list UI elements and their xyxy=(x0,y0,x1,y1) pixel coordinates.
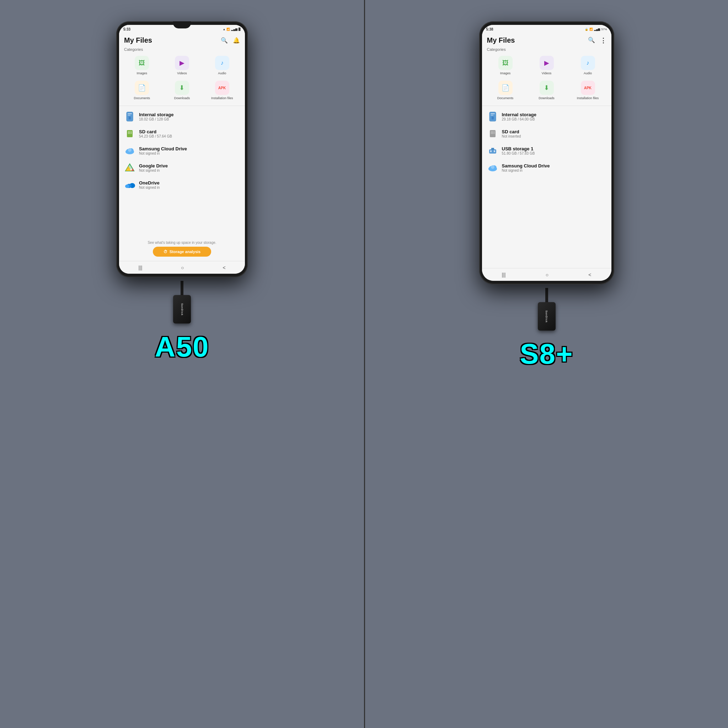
status-icons-s8: 🔒 📶 ▂▄▆ 57% xyxy=(585,28,607,31)
cat-icon-downloads: ⬇ xyxy=(175,81,189,95)
storage-info-usb-s8: USB storage 1 51.80 GB / 57.83 GB xyxy=(502,146,535,155)
cat-images-s8[interactable]: 🖼 Images xyxy=(486,54,525,77)
recent-apps-icon-a50[interactable]: ||| xyxy=(138,265,142,271)
categories-grid-s8: 🖼 Images ▶ Videos ♪ Audio xyxy=(482,54,612,105)
storage-internal-a50[interactable]: Internal storage 18.02 GB / 128 GB xyxy=(119,108,245,125)
svg-point-11 xyxy=(128,148,132,152)
bell-icon-a50[interactable]: 🔔 xyxy=(233,37,240,44)
usb-drive-left: SanDisk xyxy=(173,295,191,323)
storage-info-samsung-cloud-a50: Samsung Cloud Drive Not signed in xyxy=(139,146,187,155)
search-icon-s8[interactable]: 🔍 xyxy=(588,37,595,44)
cat-icon-docs: 📄 xyxy=(135,81,149,95)
time-s8: 5:38 xyxy=(486,28,493,31)
usb-cable-right xyxy=(545,288,548,302)
main-container: 5:33 ▲ 📶 ▂▄▆ ▉ My Files 🔍 🔔 xyxy=(0,0,728,728)
cat-downloads-a50[interactable]: ⬇ Downloads xyxy=(163,78,202,102)
status-bar-s8: 5:38 🔒 📶 ▂▄▆ 57% xyxy=(482,25,612,34)
storage-samsung-cloud-s8[interactable]: Samsung Cloud Drive Not signed in xyxy=(482,159,612,176)
storage-samsung-cloud-a50[interactable]: Samsung Cloud Drive Not signed in xyxy=(119,142,245,159)
storage-google-drive-a50[interactable]: Google Drive Not signed in xyxy=(119,159,245,176)
phone-a50: 5:33 ▲ 📶 ▂▄▆ ▉ My Files 🔍 🔔 xyxy=(116,21,248,277)
home-icon-a50[interactable]: ○ xyxy=(181,265,184,271)
categories-grid-a50: 🖼 Images ▶ Videos ♪ xyxy=(119,54,245,105)
search-icon-a50[interactable]: 🔍 xyxy=(221,37,228,44)
storage-usb-s8[interactable]: USB storage 1 51.80 GB / 57.83 GB xyxy=(482,142,612,159)
svg-rect-6 xyxy=(129,131,130,134)
svg-rect-30 xyxy=(494,150,495,152)
cat-icon-videos: ▶ xyxy=(175,56,189,70)
storage-info-sdcard-a50: SD card 54.23 GB / 57.64 GB xyxy=(139,129,172,138)
cat-apk-a50[interactable]: APK Installation files xyxy=(203,78,242,102)
cat-audio-a50[interactable]: ♪ Audio xyxy=(203,54,242,77)
cat-audio-s8[interactable]: ♪ Audio xyxy=(568,54,608,77)
cat-videos-a50[interactable]: ▶ Videos xyxy=(163,54,202,77)
storage-internal-s8[interactable]: Internal storage 29.18 GB / 64.00 GB xyxy=(482,108,612,125)
status-icons-a50: ▲ 📶 ▂▄▆ ▉ xyxy=(223,28,241,31)
more-icon-s8[interactable]: ⋮ xyxy=(600,37,606,44)
lock-icon-s8: 🔒 xyxy=(585,28,588,31)
storage-name-internal-s8: Internal storage xyxy=(502,112,537,117)
samsung-cloud-icon-a50 xyxy=(124,145,135,156)
storage-name-internal-a50: Internal storage xyxy=(139,112,174,117)
storage-detail-internal-s8: 29.18 GB / 64.00 GB xyxy=(502,117,537,121)
internal-storage-icon-s8 xyxy=(487,111,499,122)
signal-icon-s8: ▂▄▆ xyxy=(594,28,600,31)
time-a50: 5:33 xyxy=(123,28,130,31)
storage-name-sdcard-a50: SD card xyxy=(139,129,172,135)
storage-detail-onedrive-a50: Not signed in xyxy=(139,185,160,190)
header-icons-s8: 🔍 ⋮ xyxy=(588,37,606,44)
cat-label-audio: Audio xyxy=(218,72,226,75)
storage-detail-sdcard-a50: 54.23 GB / 57.64 GB xyxy=(139,135,172,138)
analysis-text-a50: See what's taking up space in your stora… xyxy=(147,241,216,245)
cat-images-a50[interactable]: 🖼 Images xyxy=(122,54,161,77)
home-icon-s8[interactable]: ○ xyxy=(546,272,549,278)
recent-apps-icon-s8[interactable]: ||| xyxy=(502,272,506,278)
phone-label-s8: S8+ xyxy=(520,338,574,370)
cat-icon-audio-s8: ♪ xyxy=(581,56,595,70)
svg-rect-25 xyxy=(492,131,493,134)
back-icon-s8[interactable]: < xyxy=(588,272,591,278)
storage-detail-google-drive-a50: Not signed in xyxy=(139,168,168,173)
storage-list-s8: Internal storage 29.18 GB / 64.00 GB xyxy=(482,107,612,268)
sdcard-icon-a50 xyxy=(124,128,135,139)
cat-downloads-s8[interactable]: ⬇ Downloads xyxy=(527,78,567,102)
samsung-cloud-icon-s8 xyxy=(487,162,499,173)
storage-info-google-drive-a50: Google Drive Not signed in xyxy=(139,163,168,173)
svg-rect-21 xyxy=(491,115,493,116)
cat-label-downloads: Downloads xyxy=(174,96,190,100)
usb-brand-left: SanDisk xyxy=(181,303,184,316)
storage-analysis-button[interactable]: ⏱ Storage analysis xyxy=(153,247,211,257)
usb-drive-right: SanDisk xyxy=(538,302,555,330)
cat-label-docs: Documents xyxy=(134,96,150,100)
cat-docs-a50[interactable]: 📄 Documents xyxy=(122,78,161,102)
nav-bar-s8: ||| ○ < xyxy=(482,268,612,281)
analysis-area-a50: See what's taking up space in your stora… xyxy=(119,238,245,261)
storage-onedrive-a50[interactable]: OneDrive Not signed in xyxy=(119,176,245,193)
sdcard-icon-s8 xyxy=(487,128,499,139)
phone-s8plus: 5:38 🔒 📶 ▂▄▆ 57% My Files 🔍 ⋮ xyxy=(479,21,614,284)
onedrive-icon-a50 xyxy=(124,179,135,191)
storage-name-onedrive-a50: OneDrive xyxy=(139,180,160,185)
cat-apk-s8[interactable]: APK Installation files xyxy=(568,78,608,102)
svg-point-34 xyxy=(491,165,494,169)
cat-videos-s8[interactable]: ▶ Videos xyxy=(527,54,567,77)
phone-label-a50: A50 xyxy=(155,330,210,363)
back-icon-a50[interactable]: < xyxy=(223,265,225,271)
header-icons-a50: 🔍 🔔 xyxy=(221,37,240,44)
cat-docs-s8[interactable]: 📄 Documents xyxy=(486,78,525,102)
cat-label-apk: Installation files xyxy=(211,96,233,100)
analysis-btn-label: Storage analysis xyxy=(170,249,200,254)
storage-sdcard-a50[interactable]: SD card 54.23 GB / 57.64 GB xyxy=(119,125,245,142)
app-header-a50: My Files 🔍 🔔 xyxy=(119,34,245,46)
storage-detail-sdcard-s8: Not inserted xyxy=(502,135,521,138)
categories-label-s8: Categories xyxy=(482,46,612,54)
storage-sdcard-s8[interactable]: SD card Not inserted xyxy=(482,125,612,142)
storage-info-sdcard-s8: SD card Not inserted xyxy=(502,129,521,138)
signal-icon: ▲ xyxy=(223,28,225,31)
cat-icon-apk: APK xyxy=(215,81,229,95)
cat-label-images-s8: Images xyxy=(500,72,511,75)
usb-area-left: SanDisk xyxy=(173,281,191,323)
screen-a50: 5:33 ▲ 📶 ▂▄▆ ▉ My Files 🔍 🔔 xyxy=(119,25,245,274)
svg-point-18 xyxy=(125,185,129,188)
left-panel: 5:33 ▲ 📶 ▂▄▆ ▉ My Files 🔍 🔔 xyxy=(0,0,364,728)
